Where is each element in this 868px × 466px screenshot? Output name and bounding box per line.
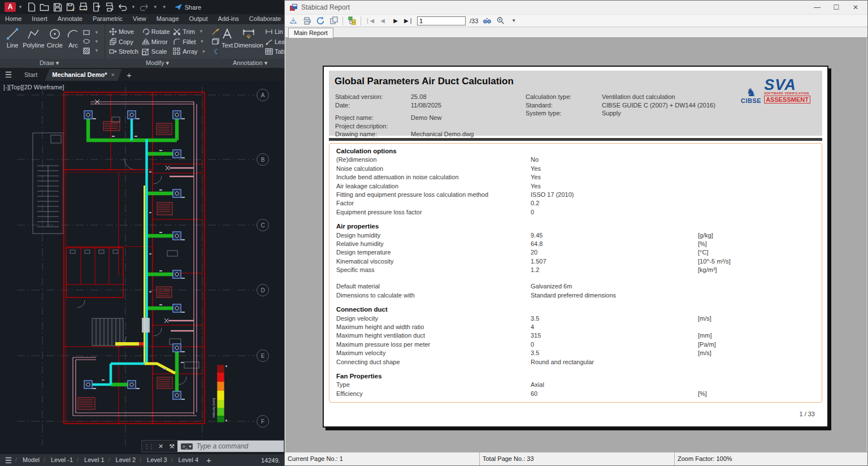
layout-tab[interactable]: Model — [17, 454, 45, 466]
copy-tool[interactable]: Copy — [109, 37, 138, 47]
fillet-tool[interactable]: Fillet▼ — [173, 37, 208, 47]
table-tool[interactable]: Tab — [265, 46, 285, 57]
zoom-tool-icon[interactable] — [496, 16, 505, 25]
report-row: Equipment pressure loss factor0 — [336, 209, 815, 217]
undo-caret-icon[interactable]: ▼ — [131, 5, 136, 10]
refresh-icon[interactable] — [315, 16, 325, 25]
export-report-icon[interactable] — [288, 16, 298, 25]
array-tool[interactable]: Array▼ — [173, 46, 208, 57]
ribbon-tab[interactable]: View — [128, 14, 151, 24]
zoom-caret-icon[interactable]: ▼ — [511, 18, 516, 23]
customize-wrench-icon[interactable]: ⚒ — [166, 443, 177, 450]
scale-tool[interactable]: Scale — [142, 46, 170, 57]
first-page-button[interactable]: ❘◀ — [365, 18, 374, 24]
layout-tab[interactable]: Level 3 — [141, 454, 172, 466]
polyline-tool[interactable]: Polyline — [23, 25, 45, 58]
undo-icon[interactable] — [117, 3, 128, 12]
share-button[interactable]: Share — [175, 4, 201, 11]
rectangle-tool[interactable]: ▼ — [83, 28, 101, 37]
ribbon-tab[interactable]: Add-ins — [213, 14, 244, 24]
next-page-button[interactable]: ▶ — [391, 18, 400, 24]
hatch-tool[interactable]: ▼ — [83, 46, 101, 55]
annotation-panel: Text Dimension Lin Lea Tab — [218, 24, 288, 59]
drag-handle-icon[interactable]: ⋮⋮ — [142, 443, 155, 450]
report-titlebar[interactable]: Stabicad Report — ☐ ✕ — [285, 1, 867, 14]
print-report-icon[interactable] — [302, 16, 311, 25]
save-icon[interactable] — [52, 3, 63, 12]
chevron-down-icon[interactable]: ▼ — [18, 5, 23, 10]
command-input[interactable]: >_ ▾ Type a command — [177, 441, 284, 452]
new-tab-icon[interactable]: + — [127, 69, 132, 81]
layout-tab[interactable]: Level 2 — [110, 454, 141, 466]
save-as-icon[interactable] — [65, 3, 76, 12]
mirror-tool[interactable]: Mirror — [142, 37, 170, 47]
svg-text:F: F — [261, 418, 264, 425]
line-tool[interactable]: Line — [2, 25, 23, 58]
page-number-input[interactable] — [417, 16, 466, 25]
new-layout-icon[interactable]: + — [206, 454, 211, 466]
maximize-button[interactable]: ☐ — [827, 1, 846, 14]
ribbon-tab[interactable]: Output — [184, 14, 213, 24]
status-menu-icon[interactable]: ☰ — [0, 454, 17, 466]
layout-tab[interactable]: Level 4 — [173, 454, 204, 466]
trim-tool[interactable]: Trim▼ — [173, 27, 208, 37]
annotation-panel-label[interactable]: Annotation ▾ — [233, 59, 267, 67]
ribbon-tab[interactable]: Insert — [27, 14, 53, 24]
close-tab-icon[interactable]: × — [111, 71, 114, 78]
close-command-icon[interactable]: ✕ — [155, 443, 166, 450]
command-prompt-icon[interactable]: >_ ▾ — [181, 443, 193, 450]
ribbon-tab[interactable]: Parametric — [88, 14, 128, 24]
tab-main-report[interactable]: Main Report — [288, 28, 333, 38]
prev-page-button[interactable]: ◀ — [378, 18, 387, 24]
last-page-button[interactable]: ▶❘ — [404, 18, 413, 24]
stretch-tool[interactable]: Stretch — [109, 46, 138, 57]
close-button[interactable]: ✕ — [846, 1, 865, 14]
printer-icon[interactable] — [104, 3, 115, 12]
open-folder-icon[interactable] — [39, 3, 50, 12]
draw-panel-label[interactable]: Draw ▾ — [40, 59, 59, 67]
autocad-logo[interactable]: A — [5, 2, 16, 12]
meta-row: Date:11/08/2025 — [335, 102, 474, 110]
text-tool[interactable]: Text — [220, 25, 234, 58]
copy-icon[interactable] — [329, 16, 338, 25]
ribbon-tab[interactable]: Collaborate — [244, 14, 286, 24]
find-binoculars-icon[interactable] — [482, 16, 492, 25]
arc-tool[interactable]: Arc — [65, 25, 81, 58]
redo-caret-icon[interactable]: ▼ — [153, 5, 158, 10]
file-tab-active[interactable]: Mechanical Demo*× — [45, 69, 122, 81]
qat-customize-icon[interactable]: ▼ — [162, 5, 167, 10]
move-tool[interactable]: Move — [109, 27, 138, 37]
export-sheet-icon[interactable] — [91, 3, 102, 12]
viewport-controls[interactable]: [-][Top][2D Wireframe] — [3, 84, 64, 90]
ribbon-tab[interactable]: Home — [0, 14, 27, 24]
air-diffuser — [173, 391, 185, 400]
cad-canvas[interactable]: [-][Top][2D Wireframe] A B C D — [0, 81, 288, 454]
file-tab-start[interactable]: Start — [17, 69, 45, 81]
layout-tab[interactable]: Level -1 — [45, 454, 79, 466]
circle-tool[interactable]: Circle — [45, 25, 65, 58]
air-diffuser — [173, 304, 185, 313]
report-row: Default materialGalvanized 6m — [336, 283, 815, 291]
rotate-tool[interactable]: Rotate — [142, 27, 170, 37]
leader-tool[interactable]: Lea — [265, 37, 285, 47]
redo-icon[interactable] — [139, 3, 150, 12]
ribbon-tab[interactable]: Manage — [151, 14, 184, 24]
modify-panel-label[interactable]: Modify ▾ — [146, 59, 169, 67]
new-file-icon[interactable] — [26, 3, 37, 12]
plot-icon[interactable] — [78, 3, 89, 12]
menu-icon[interactable]: ☰ — [0, 68, 17, 81]
dimension-tool[interactable]: Dimension — [234, 25, 263, 58]
app-window-icon — [289, 4, 298, 11]
ellipse-tool[interactable]: ▼ — [83, 37, 101, 46]
air-diffuser — [173, 344, 185, 352]
group-tree-icon[interactable] — [347, 16, 357, 25]
report-viewport[interactable]: Global Parameters Air Duct Calculation S… — [285, 38, 867, 452]
ribbon-tab[interactable]: Annotate — [53, 14, 88, 24]
layout-tab[interactable]: Level 1 — [79, 454, 110, 466]
air-diffuser — [173, 189, 185, 198]
report-row: TypeAxial — [336, 381, 815, 390]
minimize-button[interactable]: — — [808, 1, 827, 14]
duct-annotation-label — [103, 122, 120, 131]
section-title: Fan Properties — [336, 373, 815, 381]
linear-dimension-tool[interactable]: Lin — [265, 27, 285, 37]
